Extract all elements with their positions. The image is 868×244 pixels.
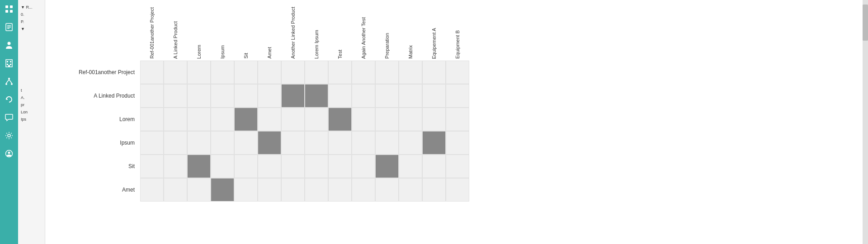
matrix-cell[interactable] xyxy=(164,178,187,202)
matrix-cell[interactable] xyxy=(399,178,422,202)
matrix-cell[interactable] xyxy=(187,108,211,131)
matrix-cell[interactable] xyxy=(352,155,375,178)
matrix-cell[interactable] xyxy=(211,155,234,178)
svg-rect-3 xyxy=(10,10,13,13)
matrix-cell[interactable] xyxy=(422,84,446,108)
matrix-cell[interactable] xyxy=(140,61,164,84)
col-header-cell: Again Another Test xyxy=(352,5,375,59)
matrix-cell[interactable] xyxy=(352,178,375,202)
matrix-cell[interactable] xyxy=(187,131,211,155)
matrix-cell[interactable] xyxy=(258,84,281,108)
matrix-cell[interactable] xyxy=(305,155,328,178)
matrix-cell[interactable] xyxy=(234,84,258,108)
matrix-cell[interactable] xyxy=(352,61,375,84)
matrix-cell[interactable] xyxy=(446,84,469,108)
matrix-cell[interactable] xyxy=(375,61,399,84)
matrix-cell[interactable] xyxy=(422,61,446,84)
scrollbar[interactable] xyxy=(863,0,868,244)
matrix-cell[interactable] xyxy=(234,61,258,84)
matrix-cell[interactable] xyxy=(399,61,422,84)
matrix-cell[interactable] xyxy=(375,131,399,155)
matrix-cell[interactable] xyxy=(211,84,234,108)
matrix-cell[interactable] xyxy=(305,84,328,108)
matrix-cell[interactable] xyxy=(140,178,164,202)
matrix-cell[interactable] xyxy=(446,178,469,202)
scrollbar-thumb[interactable] xyxy=(863,5,868,41)
matrix-cell[interactable] xyxy=(164,108,187,131)
matrix-cell[interactable] xyxy=(258,61,281,84)
matrix-cell[interactable] xyxy=(281,131,305,155)
matrix-cell[interactable] xyxy=(211,61,234,84)
matrix-cell[interactable] xyxy=(399,131,422,155)
matrix-cell[interactable] xyxy=(140,84,164,108)
matrix-cell[interactable] xyxy=(446,108,469,131)
matrix-cell[interactable] xyxy=(281,108,305,131)
matrix-cell[interactable] xyxy=(140,155,164,178)
document-icon[interactable] xyxy=(4,22,14,33)
matrix-cell[interactable] xyxy=(352,108,375,131)
matrix-cell[interactable] xyxy=(446,131,469,155)
matrix-cell[interactable] xyxy=(399,155,422,178)
left-panel-item: Lon xyxy=(20,108,43,116)
matrix-cell[interactable] xyxy=(422,155,446,178)
matrix-cell[interactable] xyxy=(258,131,281,155)
svg-point-17 xyxy=(11,83,13,85)
matrix-cell[interactable] xyxy=(281,61,305,84)
matrix-cell[interactable] xyxy=(164,61,187,84)
building-icon[interactable] xyxy=(4,58,14,69)
matrix-cell[interactable] xyxy=(422,178,446,202)
matrix-cell[interactable] xyxy=(328,178,352,202)
matrix-cell[interactable] xyxy=(164,84,187,108)
matrix-cell[interactable] xyxy=(211,131,234,155)
matrix-cell[interactable] xyxy=(328,84,352,108)
matrix-cell[interactable] xyxy=(446,155,469,178)
matrix-cell[interactable] xyxy=(211,108,234,131)
matrix-cell[interactable] xyxy=(140,108,164,131)
settings-icon[interactable] xyxy=(4,130,14,141)
person-icon[interactable] xyxy=(4,40,14,51)
matrix-cell[interactable] xyxy=(305,178,328,202)
matrix-cell[interactable] xyxy=(328,155,352,178)
matrix-cell[interactable] xyxy=(281,178,305,202)
matrix-cell[interactable] xyxy=(281,155,305,178)
matrix-cell[interactable] xyxy=(258,155,281,178)
matrix-cell[interactable] xyxy=(375,155,399,178)
matrix-cell[interactable] xyxy=(446,61,469,84)
matrix-cell[interactable] xyxy=(234,131,258,155)
matrix-cell[interactable] xyxy=(375,84,399,108)
matrix-cell[interactable] xyxy=(187,84,211,108)
matrix-cell[interactable] xyxy=(234,155,258,178)
matrix-cell[interactable] xyxy=(375,108,399,131)
matrix-cell[interactable] xyxy=(328,131,352,155)
matrix-cell[interactable] xyxy=(234,178,258,202)
matrix-cell[interactable] xyxy=(422,131,446,155)
matrix-cell[interactable] xyxy=(305,61,328,84)
chat-icon[interactable] xyxy=(4,112,14,123)
matrix-cell[interactable] xyxy=(281,84,305,108)
matrix-cell[interactable] xyxy=(399,108,422,131)
matrix-cell[interactable] xyxy=(140,131,164,155)
hierarchy-icon[interactable] xyxy=(4,76,14,87)
matrix-cell[interactable] xyxy=(164,155,187,178)
matrix-cell[interactable] xyxy=(305,131,328,155)
matrix-cell[interactable] xyxy=(164,131,187,155)
matrix-cell[interactable] xyxy=(352,131,375,155)
matrix-cell[interactable] xyxy=(234,108,258,131)
matrix-cell[interactable] xyxy=(422,108,446,131)
matrix-cell[interactable] xyxy=(187,155,211,178)
matrix-cell[interactable] xyxy=(399,84,422,108)
matrix-cell[interactable] xyxy=(328,108,352,131)
col-header-cell: Equipment B xyxy=(446,5,469,59)
matrix-cell[interactable] xyxy=(258,178,281,202)
matrix-cell[interactable] xyxy=(211,178,234,202)
refresh-icon[interactable] xyxy=(4,94,14,105)
matrix-cell[interactable] xyxy=(375,178,399,202)
user-circle-icon[interactable] xyxy=(4,148,14,159)
matrix-cell[interactable] xyxy=(352,84,375,108)
matrix-cell[interactable] xyxy=(305,108,328,131)
matrix-cell[interactable] xyxy=(258,108,281,131)
matrix-cell[interactable] xyxy=(187,61,211,84)
matrix-cell[interactable] xyxy=(328,61,352,84)
matrix-cell[interactable] xyxy=(187,178,211,202)
grid-icon[interactable] xyxy=(4,4,14,14)
